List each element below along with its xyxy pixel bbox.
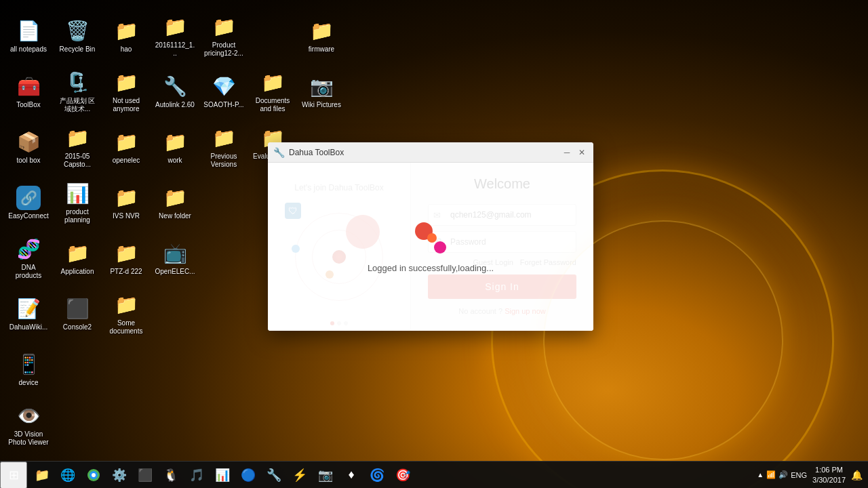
icon-easy-connect[interactable]: 🔗 EasyConnect xyxy=(5,176,52,230)
icon-firmware[interactable]: 📁 firmware xyxy=(298,9,344,63)
icon-some-documents[interactable]: 📁 Some documents xyxy=(103,287,149,341)
taskbar-app1[interactable]: ⚙️ xyxy=(107,463,132,487)
icon-openelec2[interactable]: 📺 OpenELEC... xyxy=(152,231,198,285)
icon-documents[interactable]: 📁 Documents and files xyxy=(250,64,296,119)
icon-20161112[interactable]: 📁 20161112_1... xyxy=(152,9,198,63)
taskbar-apps: 📁 🌐 ⚙️ ⬛ 🐧 🎵 📊 🔵 🔧 ⚡ 📷 ♦ 🌀 🎯 xyxy=(27,463,418,487)
taskbar-explorer[interactable]: 📁 xyxy=(30,463,54,487)
taskbar-right: ▲ 📶 🔊 ENG 1:06 PM 3/30/2017 🔔 xyxy=(757,465,868,485)
taskbar-chrome[interactable] xyxy=(81,463,106,487)
icon-empty1 xyxy=(250,9,296,63)
icon-dna-products[interactable]: 🧬 DNA products xyxy=(5,231,52,285)
dialog-icon: 🔧 xyxy=(273,147,285,158)
icon-autolink[interactable]: 🔧 Autolink 2.60 xyxy=(152,64,198,119)
taskbar-app11[interactable]: 🌀 xyxy=(365,463,389,487)
icon-empty13 xyxy=(54,342,100,396)
icon-recycle-bin[interactable]: 🗑️ Recycle Bin xyxy=(54,9,100,63)
tray-language[interactable]: ENG xyxy=(791,471,807,479)
loading-message: Logged in successfully,loading... xyxy=(368,263,494,273)
icon-product-pricing[interactable]: 📁 Product pricing12-2... xyxy=(201,9,247,63)
icon-empty16 xyxy=(201,342,247,396)
icon-application[interactable]: 📁 Application xyxy=(54,231,100,285)
dialog-titlebar: 🔧 Dahua ToolBox ─ ✕ xyxy=(268,142,593,163)
icon-toolbox[interactable]: 🧰 ToolBox xyxy=(5,64,52,119)
toolbox-dialog: 🔧 Dahua ToolBox ─ ✕ Let's join Dahua Too… xyxy=(268,142,593,331)
tray-notifications[interactable]: 🔔 xyxy=(851,470,863,481)
taskbar-app12[interactable]: 🎯 xyxy=(391,463,415,487)
loading-logo xyxy=(414,221,448,255)
minimize-button[interactable]: ─ xyxy=(561,146,573,159)
tray-volume[interactable]: 🔊 xyxy=(778,470,788,479)
icon-3d-vision[interactable]: 👁️ 3D Vision Photo Viewer xyxy=(5,398,52,452)
icon-product-planning[interactable]: 📊 product planning xyxy=(54,176,100,230)
taskbar-app10[interactable]: ♦ xyxy=(339,463,363,487)
svg-point-2 xyxy=(92,473,96,477)
icon-openelec[interactable]: 📁 openelec xyxy=(103,120,149,174)
start-button[interactable]: ⊞ xyxy=(0,462,27,489)
taskbar: ⊞ 📁 🌐 ⚙️ ⬛ 🐧 🎵 📊 🔵 🔧 ⚡ 📷 ♦ 🌀 🎯 xyxy=(0,461,868,488)
icon-soaoth[interactable]: 💎 SOAOTH-P... xyxy=(201,64,247,119)
icon-empty6 xyxy=(201,231,247,285)
icon-dahuawiki[interactable]: 📝 DahuaWiki... xyxy=(5,287,52,341)
taskbar-app3[interactable]: 🐧 xyxy=(159,463,183,487)
taskbar-app2[interactable]: ⬛ xyxy=(133,463,157,487)
system-tray: ▲ 📶 🔊 ENG xyxy=(757,470,807,479)
icon-empty15 xyxy=(152,342,198,396)
icon-work[interactable]: 📁 work xyxy=(152,120,198,174)
dialog-controls: ─ ✕ xyxy=(561,146,588,159)
taskbar-date-display: 3/30/2017 xyxy=(812,475,846,485)
icon-device[interactable]: 📱 device xyxy=(5,342,52,396)
icon-ivs-nvr[interactable]: 📁 IVS NVR xyxy=(103,176,149,230)
icon-tool-box-2[interactable]: 📦 tool box xyxy=(5,120,52,174)
icon-not-used[interactable]: 📁 Not used anymore xyxy=(103,64,149,119)
taskbar-app4[interactable]: 🎵 xyxy=(184,463,209,487)
tray-arrow[interactable]: ▲ xyxy=(757,471,764,479)
dialog-title: Dahua ToolBox xyxy=(289,148,557,157)
icon-empty9 xyxy=(152,287,198,341)
dahua-logo xyxy=(415,222,446,253)
taskbar-datetime[interactable]: 1:06 PM 3/30/2017 xyxy=(812,465,846,485)
icon-empty14 xyxy=(103,342,149,396)
icon-wiki-pictures[interactable]: 📷 Wiki Pictures xyxy=(298,64,344,119)
taskbar-time-display: 1:06 PM xyxy=(812,465,846,474)
icon-empty10 xyxy=(201,287,247,341)
logo-circle-2 xyxy=(434,241,446,253)
taskbar-edge[interactable]: 🌐 xyxy=(56,463,80,487)
taskbar-app8[interactable]: ⚡ xyxy=(288,463,312,487)
taskbar-app7[interactable]: 🔧 xyxy=(262,463,286,487)
icon-2015-05[interactable]: 📁 2015-05 Capsto... xyxy=(54,120,100,174)
icon-console2[interactable]: ⬛ Console2 xyxy=(54,287,100,341)
icon-empty18 xyxy=(298,342,344,396)
taskbar-app9[interactable]: 📷 xyxy=(313,463,338,487)
icon-previous-versions[interactable]: 📁 Previous Versions xyxy=(201,120,247,174)
icon-all-notepads[interactable]: 📄 all notepads xyxy=(5,9,52,63)
icon-empty3 xyxy=(201,176,247,230)
tray-network[interactable]: 📶 xyxy=(766,470,776,479)
taskbar-app6[interactable]: 🔵 xyxy=(236,463,260,487)
close-button[interactable]: ✕ xyxy=(576,146,588,159)
icon-empty17 xyxy=(250,342,296,396)
loading-overlay: Logged in successfully,loading... xyxy=(268,163,593,331)
taskbar-app5[interactable]: 📊 xyxy=(210,463,235,487)
icon-new-folder[interactable]: 📁 New folder xyxy=(152,176,198,230)
icon-ptz-222[interactable]: 📁 PTZ-d 222 xyxy=(103,231,149,285)
dialog-body: Let's join Dahua ToolBox 🛡 xyxy=(268,163,593,331)
desktop: 📄 all notepads 🗑️ Recycle Bin 📁 hao 📁 20… xyxy=(0,0,868,488)
logo-circle-3 xyxy=(427,233,437,243)
icon-hao[interactable]: 📁 hao xyxy=(103,9,149,63)
icon-cpj[interactable]: 🗜️ 产品规划 区域技术... xyxy=(54,64,100,119)
